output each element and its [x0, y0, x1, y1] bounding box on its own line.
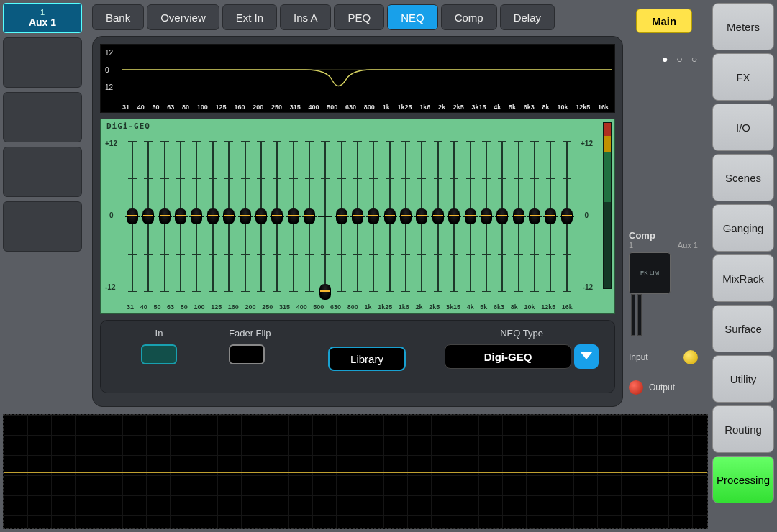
geq-fader-400[interactable]: [304, 141, 315, 292]
tab-peq[interactable]: PEQ: [334, 4, 384, 30]
geq-fader-80[interactable]: [191, 141, 202, 292]
geq-fader-100[interactable]: [207, 141, 219, 292]
tab-comp[interactable]: Comp: [441, 4, 497, 30]
freq-label: 16k: [598, 104, 609, 111]
geq-fader-2k[interactable]: [416, 141, 427, 292]
fader-cap[interactable]: [561, 208, 573, 224]
geq-fader-125[interactable]: [223, 141, 235, 292]
geq-x-labels: 3140506380100125160200250315400500630800…: [127, 303, 573, 311]
geq-fader-250[interactable]: [271, 141, 283, 292]
response-graph[interactable]: 12 0 12 31405063801001251602002503154005…: [100, 44, 615, 113]
neq-type-value[interactable]: Digi-GEQ: [445, 344, 571, 369]
fader-cap[interactable]: [448, 208, 460, 224]
freq-label: 1k6: [399, 303, 409, 311]
fader-cap[interactable]: [481, 208, 492, 224]
geq-fader-12k5[interactable]: [545, 141, 556, 292]
fader-cap[interactable]: [304, 208, 315, 224]
geq-fader-200[interactable]: [255, 141, 267, 292]
input-knob[interactable]: [683, 350, 698, 364]
tab-neq[interactable]: NEQ: [387, 4, 438, 30]
waveform-view[interactable]: [3, 414, 708, 529]
freq-label: 160: [228, 303, 239, 311]
fader-cap[interactable]: [352, 208, 363, 224]
fader-cap[interactable]: [384, 208, 396, 224]
resp-y-top: 12: [105, 49, 113, 57]
channel-tile[interactable]: 1 Aux 1: [3, 3, 82, 33]
geq-fader-1k25[interactable]: [384, 141, 396, 292]
geq-fader-8k[interactable]: [513, 141, 524, 292]
output-knob[interactable]: [629, 380, 643, 395]
page-dots[interactable]: ● ○ ○: [662, 53, 700, 65]
fader-cap[interactable]: [191, 208, 202, 224]
fader-cap[interactable]: [319, 284, 331, 300]
menu-utility[interactable]: Utility: [712, 355, 774, 403]
fader-cap[interactable]: [142, 208, 154, 224]
geq-fader-5k[interactable]: [481, 141, 492, 292]
menu-ganging[interactable]: Ganging: [712, 204, 774, 252]
fader-cap[interactable]: [496, 208, 508, 224]
freq-label: 16k: [562, 303, 573, 311]
fader-cap[interactable]: [513, 208, 524, 224]
geq-fader-63[interactable]: [175, 141, 186, 292]
fader-cap[interactable]: [175, 208, 186, 224]
fader-cap[interactable]: [529, 208, 540, 224]
freq-label: 2k: [416, 303, 423, 311]
fader-cap[interactable]: [207, 208, 219, 224]
neq-type-dropdown[interactable]: [574, 344, 599, 369]
geq-fader-4k[interactable]: [465, 141, 476, 292]
geq-fader-10k[interactable]: [529, 141, 540, 292]
geq-fader-800[interactable]: [352, 141, 363, 292]
fader-cap[interactable]: [127, 208, 138, 224]
fader-cap[interactable]: [416, 208, 427, 224]
tab-delay[interactable]: Delay: [500, 4, 555, 30]
resp-x-labels: 3140506380100125160200250315400500630800…: [122, 104, 609, 111]
comp-insert-box[interactable]: PK LIM: [629, 252, 671, 294]
tab-ext-in[interactable]: Ext In: [222, 4, 277, 30]
menu-meters[interactable]: Meters: [712, 3, 774, 50]
fader-cap[interactable]: [159, 208, 171, 224]
tab-overview[interactable]: Overview: [147, 4, 219, 30]
geq-fader-50[interactable]: [159, 141, 171, 292]
freq-label: 2k: [438, 104, 445, 111]
fader-cap[interactable]: [255, 208, 267, 224]
fader-cap[interactable]: [240, 208, 251, 224]
menu-routing[interactable]: Routing: [712, 405, 774, 453]
fader-cap[interactable]: [545, 208, 556, 224]
fader-cap[interactable]: [400, 208, 412, 224]
menu-fx[interactable]: FX: [712, 53, 774, 101]
geq-fader-40[interactable]: [142, 141, 154, 292]
geq-fader-2k5[interactable]: [432, 141, 444, 292]
geq-fader-315[interactable]: [288, 141, 299, 292]
fader-cap[interactable]: [432, 208, 444, 224]
geq-fader-6k3[interactable]: [496, 141, 508, 292]
geq-fader-1k[interactable]: [368, 141, 379, 292]
freq-label: 1k25: [378, 303, 392, 311]
freq-label: 31: [127, 303, 134, 311]
geq-fader-500[interactable]: [319, 141, 331, 292]
fader-cap[interactable]: [368, 208, 379, 224]
main-button[interactable]: Main: [636, 9, 692, 33]
library-button[interactable]: Library: [328, 347, 406, 371]
menu-scenes[interactable]: Scenes: [712, 154, 774, 201]
freq-label: 200: [253, 104, 263, 111]
geq-fader-160[interactable]: [240, 141, 251, 292]
menu-processing[interactable]: Processing: [712, 456, 774, 503]
geq-fader-3k15[interactable]: [448, 141, 460, 292]
fader-cap[interactable]: [223, 208, 235, 224]
menu-mixrack[interactable]: MixRack: [712, 254, 774, 302]
fader-cap[interactable]: [336, 208, 347, 224]
fader-cap[interactable]: [271, 208, 283, 224]
geq-fader-31[interactable]: [127, 141, 138, 292]
menu-io[interactable]: I/O: [712, 104, 774, 151]
geq-fader-16k[interactable]: [561, 141, 573, 292]
geq-fader-1k6[interactable]: [400, 141, 412, 292]
freq-label: 500: [327, 104, 337, 111]
fader-cap[interactable]: [465, 208, 476, 224]
in-toggle[interactable]: [141, 344, 177, 364]
geq-fader-630[interactable]: [336, 141, 347, 292]
fader-cap[interactable]: [288, 208, 299, 224]
tab-ins-a[interactable]: Ins A: [280, 4, 331, 30]
tab-bank[interactable]: Bank: [92, 4, 144, 30]
menu-surface[interactable]: Surface: [712, 305, 774, 352]
fader-flip-toggle[interactable]: [229, 344, 265, 364]
